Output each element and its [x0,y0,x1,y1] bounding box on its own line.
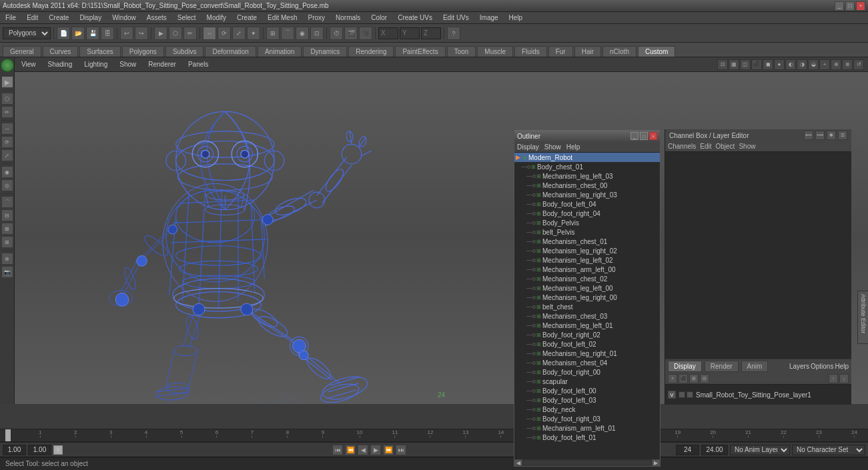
tab-dynamics[interactable]: Dynamics [303,46,347,57]
vp-icon-7[interactable]: ◐ [785,59,796,70]
save-as-btn[interactable]: 🗄 [101,27,114,40]
new-scene-btn[interactable]: 📄 [57,27,70,40]
layer-tab-anim[interactable]: Anim [741,361,769,372]
vp-icon-2[interactable]: ▦ [729,59,739,70]
layer-icon-2[interactable]: ⬛ [679,374,688,383]
outliner-item-24[interactable]: —o⊞scapular [514,377,660,386]
render-btn[interactable]: 🎬 [344,27,358,40]
outliner-menu-show[interactable]: Show [544,143,561,151]
soft-mod-tool[interactable]: ◎ [1,179,13,191]
tab-surfaces[interactable]: Surfaces [79,46,120,57]
minimize-button[interactable]: _ [835,1,844,11]
start-frame-input[interactable] [3,445,26,455]
vp-icon-4[interactable]: ⬛ [751,59,762,70]
camera-tool[interactable]: 📷 [1,266,13,278]
menu-edit[interactable]: Edit [24,13,41,22]
cb-tab-show[interactable]: Show [739,143,755,150]
outliner-menu-help[interactable]: Help [566,143,580,151]
tab-custom[interactable]: Custom [638,46,675,57]
vp-icon-5[interactable]: ◼ [763,59,773,70]
ruler-tick-9[interactable]: 9 [322,429,324,441]
sculpt-tool[interactable]: ◉ [1,166,13,178]
outliner-item-19[interactable]: —o⊞Body_foot_right_02 [514,330,660,339]
layer-visible-checkbox[interactable]: V [668,391,676,399]
outliner-item-11[interactable]: —o⊞Mechanism_leg_left_02 [514,255,660,265]
extrude-tool[interactable]: ⊞ [1,236,13,248]
menu-edit-uvs[interactable]: Edit UVs [440,13,472,22]
step-forward-btn[interactable]: ⏩ [383,445,394,455]
layer-menu-layers[interactable]: Layers [789,363,809,370]
outliner-item-0[interactable]: ▶⊞Modern_Robot [514,153,660,162]
close-button[interactable]: × [856,1,865,11]
tab-polygons[interactable]: Polygons [122,46,164,57]
tab-subdivs[interactable]: Subdivs [165,46,204,57]
menu-display[interactable]: Display [77,13,104,22]
tab-hair[interactable]: Hair [574,46,601,57]
ruler-tick-1[interactable]: 1 [39,429,41,441]
tab-fluids[interactable]: Fluids [514,46,547,57]
scale-btn[interactable]: ⤢ [232,27,246,40]
outliner-scroll-right[interactable]: ▶ [652,459,660,466]
vp-icon-12[interactable]: ⊗ [842,59,853,70]
menu-create-uvs[interactable]: Create UVs [395,13,435,22]
tab-rendering[interactable]: Rendering [348,46,394,57]
layer-icon-4[interactable]: ⊟ [700,374,709,383]
outliner-item-17[interactable]: —o⊞Mechanism_chest_03 [514,311,660,321]
cb-icon-2[interactable]: ⟶ [815,131,825,140]
lasso-btn[interactable]: ⬡ [169,27,182,40]
history-btn[interactable]: ⏱ [330,27,343,40]
vp-icon-13[interactable]: ↺ [853,59,864,70]
menu-create2[interactable]: Create [234,13,260,22]
outliner-item-28[interactable]: —o⊞Body_foot_right_03 [514,414,660,423]
outliner-item-20[interactable]: —o⊞Body_foot_left_02 [514,339,660,349]
cb-icon-4[interactable]: ☰ [838,131,847,140]
outliner-close-btn[interactable]: × [649,132,657,140]
move-btn[interactable]: ↔ [203,27,216,40]
cb-icon-3[interactable]: ✱ [827,131,836,140]
outliner-item-5[interactable]: —o⊞Body_foot_left_04 [514,199,660,209]
layer-color-1[interactable] [679,391,685,398]
menu-file[interactable]: File [3,13,19,22]
vp-icon-11[interactable]: ⊕ [831,59,841,70]
outliner-item-16[interactable]: —o⊞belt_chest [514,302,660,311]
tab-toon[interactable]: Toon [447,46,476,57]
vp-icon-3[interactable]: ◫ [740,59,751,70]
viewport-menu-renderer[interactable]: Renderer [145,60,179,69]
outliner-item-1[interactable]: —o⊞Body_chest_01 [514,162,660,171]
go-to-end-btn[interactable]: ⏭ [396,445,406,455]
show-manip-tool[interactable]: ⊕ [1,253,13,265]
outliner-titlebar[interactable]: Outliner _ □ × [514,130,660,142]
universal-btn[interactable]: ✦ [247,27,260,40]
move-tool[interactable]: ↔ [1,123,13,135]
outliner-scroll-left[interactable]: ◀ [514,459,522,466]
new-layer-btn[interactable]: + [668,374,677,383]
outliner-item-23[interactable]: —o⊞Body_foot_right_00 [514,367,660,377]
outliner-horizontal-scrollbar[interactable]: ◀ ▶ [514,459,660,466]
snap-point-btn[interactable]: ◉ [296,27,309,40]
outliner-item-4[interactable]: —o⊞Mechanism_leg_right_03 [514,190,660,199]
insert-edge-tool[interactable]: ⊟ [1,209,13,221]
layer-tab-display[interactable]: Display [668,361,702,372]
snap-curve-btn[interactable]: ⌒ [281,27,294,40]
ruler-tick-19[interactable]: 19 [675,429,681,441]
tab-ncloth[interactable]: nCloth [602,46,636,57]
x-input[interactable] [378,27,398,39]
step-back-btn[interactable]: ⏪ [345,445,356,455]
scale-tool[interactable]: ⤢ [1,149,13,161]
ipr-btn[interactable]: 🎥 [359,27,372,40]
current-frame-box[interactable]: 1 [53,445,63,455]
outliner-item-2[interactable]: —o⊞Mechanism_leg_left_03 [514,171,660,181]
undo-btn[interactable]: ↩ [120,27,133,40]
y-input[interactable] [400,27,420,39]
outliner-item-25[interactable]: —o⊞Body_foot_left_00 [514,386,660,395]
vp-icon-9[interactable]: ◒ [808,59,819,70]
outliner-item-3[interactable]: —o⊞Mechanism_chest_00 [514,181,660,190]
menu-help[interactable]: Help [506,13,526,22]
menu-create[interactable]: Create [46,13,71,22]
menu-edit-mesh[interactable]: Edit Mesh [265,13,300,22]
timeline-ruler[interactable]: 123456789101112131415161718192021222324 [0,429,868,441]
z-input[interactable] [421,27,441,39]
go-to-start-btn[interactable]: ⏮ [332,445,343,455]
tab-muscle[interactable]: Muscle [477,46,513,57]
cb-tab-object[interactable]: Object [716,143,735,150]
